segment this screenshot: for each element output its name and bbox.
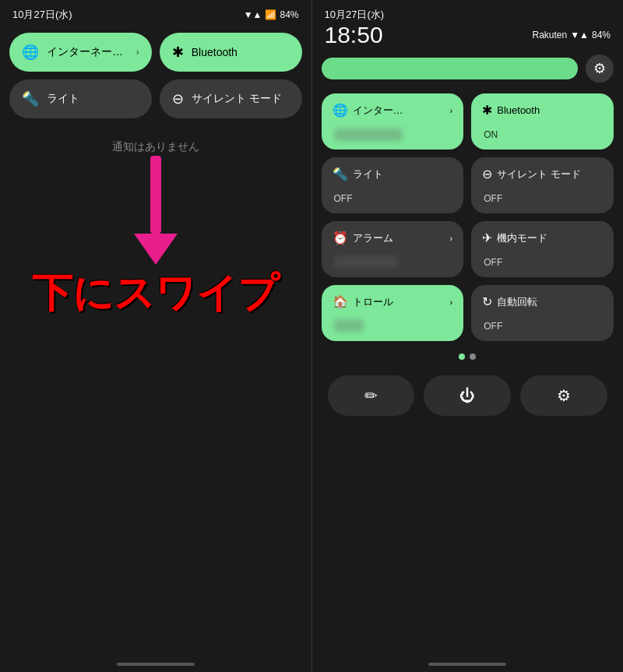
status-icons-left: ▼▲ 📶 84% [244, 9, 299, 20]
tile-bluetooth-header: ✱ Bluetooth [482, 103, 603, 118]
tile-light-right[interactable]: 🔦 ライト OFF [322, 157, 464, 213]
arrow-down-icon [132, 156, 179, 265]
tile-silent-right[interactable]: ⊖ サイレント モード OFF [471, 157, 614, 213]
tile-rotation-right[interactable]: ↻ 自動回転 OFF [471, 285, 614, 341]
tile-internet-status-right: Network Name [333, 129, 453, 140]
power-button[interactable]: ⏻ [424, 375, 511, 416]
tile-alarm-name-right: アラーム [353, 231, 393, 245]
tile-light-name-right: ライト [353, 167, 383, 181]
tile-bluetooth-label: Bluetooth [192, 46, 238, 58]
tile-rotation-status-right: OFF [482, 321, 603, 332]
status-bar-left: 10月27日(水) ▼▲ 📶 84% [0, 0, 312, 26]
quick-tiles-right: 🌐 インター… › Network Name ✱ Bluetooth ON 🔦 … [312, 87, 624, 347]
quick-tiles-left: 🌐 インターネー… › ✱ Bluetooth 🔦 ライト ⊖ サイレント モー… [0, 26, 312, 125]
tile-silent-name-right: サイレント モード [497, 167, 581, 181]
battery-right: 84% [592, 30, 611, 40]
tile-alarm-arrow-right: › [450, 234, 453, 243]
tile-alarm-status-right: ミ アラー… [333, 256, 453, 268]
tile-control-right[interactable]: 🏠 トロール › ああ [322, 285, 464, 341]
signal-icon-right: ▼▲ [570, 30, 589, 40]
blurred-alarm-status: ミ アラー… [334, 255, 398, 268]
tile-silent-label: サイレント モード [192, 92, 282, 106]
tile-internet-header: 🌐 インター… › [333, 103, 453, 118]
tile-control-header: 🏠 トロール › [333, 294, 453, 309]
tile-airplane-status-right: OFF [482, 257, 603, 268]
blurred-control-status: ああ [334, 319, 364, 332]
tile-alarm-right[interactable]: ⏰ アラーム › ミ アラー… [322, 221, 464, 277]
tile-airplane-header: ✈ 機内モード [482, 230, 603, 245]
tile-internet-label: インターネー… [47, 45, 123, 59]
light-tile-icon: 🔦 [22, 90, 39, 107]
tile-internet-arrow: › [136, 47, 139, 58]
tile-light-left[interactable]: 🔦 ライト [9, 79, 152, 118]
notification-text: 通知はありません [112, 140, 199, 153]
airplane-icon-right: ✈ [482, 230, 492, 245]
tile-bluetooth-right[interactable]: ✱ Bluetooth ON [471, 93, 614, 150]
silent-icon-right: ⊖ [482, 167, 492, 181]
home-indicator-right [428, 663, 506, 666]
tile-airplane-right[interactable]: ✈ 機内モード OFF [471, 221, 614, 277]
blurred-internet-status: Network Name [334, 128, 403, 141]
bluetooth-icon-right: ✱ [482, 103, 492, 118]
bluetooth-tile-icon: ✱ [172, 44, 184, 61]
dot-2 [470, 354, 476, 360]
page-dots [312, 347, 624, 366]
tile-rotation-name-right: 自動回転 [497, 295, 537, 309]
bottom-actions: ✏ ⏻ ⚙ [312, 366, 624, 425]
wifi-tile-icon: 🌐 [22, 44, 39, 61]
home-indicator-left [117, 663, 195, 666]
carrier-name: Rakuten [533, 30, 568, 40]
tile-light-header: 🔦 ライト [333, 167, 453, 181]
tile-internet-left[interactable]: 🌐 インターネー… › [9, 33, 152, 72]
silent-tile-icon: ⊖ [172, 90, 184, 107]
tile-control-status-right: ああ [333, 320, 453, 332]
tile-light-status-right: OFF [333, 193, 453, 204]
tile-silent-left[interactable]: ⊖ サイレント モード [160, 79, 302, 118]
rotation-icon-right: ↻ [482, 294, 492, 309]
status-bar-right: 10月27日(水) 18:50 Rakuten ▼▲ 84% [312, 0, 624, 50]
control-icon-right: 🏠 [333, 294, 348, 309]
tile-silent-header: ⊖ サイレント モード [482, 167, 603, 181]
tile-silent-status-right: OFF [482, 193, 603, 204]
tile-internet-right[interactable]: 🌐 インター… › Network Name [322, 93, 464, 150]
tile-control-name-right: トロール [353, 295, 393, 309]
right-panel: 10月27日(水) 18:50 Rakuten ▼▲ 84% ⚙ 🌐 インター…… [312, 0, 624, 672]
alarm-icon-right: ⏰ [333, 230, 348, 245]
battery-left: 84% [280, 9, 298, 20]
tile-light-label: ライト [47, 92, 79, 106]
tile-internet-name-right: インター… [353, 104, 403, 118]
left-panel: 10月27日(水) ▼▲ 📶 84% 🌐 インターネー… › ✱ Bluetoo… [0, 0, 312, 672]
wifi-icon-right: 🌐 [333, 103, 348, 118]
carrier-icons: Rakuten ▼▲ 84% [533, 30, 611, 40]
edit-button[interactable]: ✏ [328, 375, 415, 416]
date-right: 10月27日(水) [325, 8, 611, 22]
swipe-instruction: 下にスワイプ [31, 156, 280, 315]
brightness-row: ⚙ [312, 50, 624, 87]
settings-button[interactable]: ⚙ [520, 375, 607, 416]
tile-control-arrow-right: › [450, 297, 453, 307]
date-left: 10月27日(水) [12, 8, 72, 22]
time-display: 18:50 [325, 23, 383, 47]
time-row: 18:50 Rakuten ▼▲ 84% [325, 23, 611, 47]
tile-internet-arrow-right: › [450, 106, 453, 115]
dot-1 [459, 354, 465, 360]
tile-airplane-name-right: 機内モード [497, 231, 547, 245]
brightness-bar[interactable] [322, 58, 579, 79]
wifi-icon: 📶 [265, 9, 276, 20]
tile-bluetooth-left[interactable]: ✱ Bluetooth [160, 33, 302, 72]
tile-alarm-header: ⏰ アラーム › [333, 230, 453, 245]
brightness-settings-gear[interactable]: ⚙ [586, 55, 614, 83]
tile-bluetooth-name-right: Bluetooth [497, 104, 540, 116]
light-icon-right: 🔦 [333, 167, 348, 181]
swipe-text: 下にスワイプ [31, 271, 280, 315]
tile-rotation-header: ↻ 自動回転 [482, 294, 603, 309]
tile-bluetooth-status-right: ON [482, 129, 603, 140]
signal-icon: ▼▲ [244, 9, 262, 20]
